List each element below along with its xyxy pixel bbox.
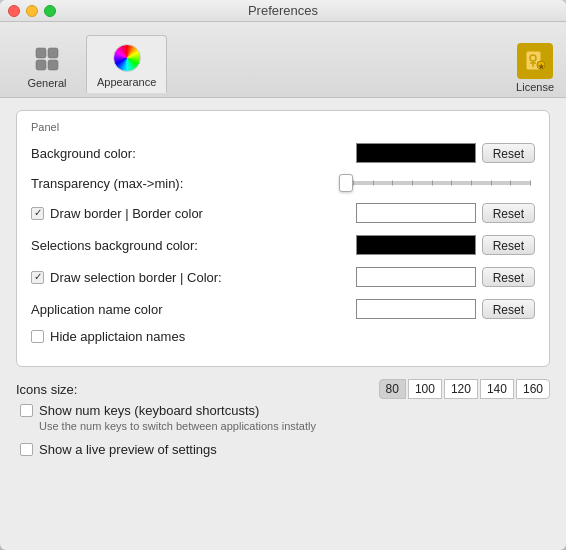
show-live-preview-checkbox[interactable] [20,443,33,456]
transparency-row: Transparency (max->min): [31,173,535,193]
draw-border-checkmark: ✓ [34,208,42,218]
show-live-preview-row: Show a live preview of settings [20,442,546,459]
tab-general-label: General [27,77,66,89]
icons-size-label: Icons size: [16,382,77,397]
tab-appearance-label: Appearance [97,76,156,88]
size-option-160[interactable]: 160 [516,379,550,399]
draw-selection-border-label: Draw selection border | Color: [50,270,222,285]
background-color-reset[interactable]: Reset [482,143,535,163]
app-name-color-label: Application name color [31,302,163,317]
draw-selection-border-checkbox[interactable]: ✓ [31,271,44,284]
selections-bg-reset[interactable]: Reset [482,235,535,255]
background-color-row: Background color: Reset [31,141,535,165]
transparency-slider-track [339,181,531,185]
titlebar: Preferences [0,0,566,22]
icons-size-options: 80 100 120 140 160 [379,379,550,399]
license-icon[interactable]: ★ [517,43,553,79]
main-content: Panel Background color: Reset Transparen… [0,98,566,550]
icons-size-row: Icons size: 80 100 120 140 160 [16,379,550,399]
selections-bg-swatch[interactable] [356,235,476,255]
minimize-button[interactable] [26,5,38,17]
transparency-slider-thumb[interactable] [339,174,353,192]
draw-border-reset[interactable]: Reset [482,203,535,223]
appearance-icon [111,42,143,74]
size-option-120[interactable]: 120 [444,379,478,399]
selections-bg-row: Selections background color: Reset [31,233,535,257]
background-color-swatch[interactable] [356,143,476,163]
hide-app-names-row: Hide applictaion names [31,329,535,344]
license-label: License [516,81,554,93]
selection-border-color-swatch[interactable] [356,267,476,287]
svg-rect-2 [36,60,46,70]
draw-border-label: Draw border | Border color [50,206,203,221]
draw-selection-border-checkmark: ✓ [34,272,42,282]
general-icon [31,43,63,75]
transparency-slider-container [335,173,535,193]
close-button[interactable] [8,5,20,17]
show-num-keys-row: Show num keys (keyboard shortcusts) Use … [20,403,546,432]
transparency-label: Transparency (max->min): [31,176,183,191]
border-color-swatch[interactable] [356,203,476,223]
panel-group: Panel Background color: Reset Transparen… [16,110,550,367]
svg-text:★: ★ [538,63,545,70]
app-name-color-row: Application name color Reset [31,297,535,321]
draw-selection-border-reset[interactable]: Reset [482,267,535,287]
preferences-window: Preferences General [0,0,566,550]
svg-rect-0 [36,48,46,58]
window-controls [8,5,56,17]
license-section: ★ License [516,43,554,93]
selections-bg-label: Selections background color: [31,238,198,253]
show-live-preview-label: Show a live preview of settings [39,442,217,457]
svg-rect-3 [48,60,58,70]
show-num-keys-top: Show num keys (keyboard shortcusts) [20,403,546,418]
tab-general[interactable]: General [12,37,82,93]
app-name-color-reset[interactable]: Reset [482,299,535,319]
show-live-preview-top: Show a live preview of settings [20,442,546,457]
app-name-color-swatch[interactable] [356,299,476,319]
show-num-keys-label: Show num keys (keyboard shortcusts) [39,403,259,418]
background-color-label: Background color: [31,146,136,161]
svg-rect-1 [48,48,58,58]
window-title: Preferences [248,3,318,18]
show-num-keys-sublabel: Use the num keys to switch between appli… [39,420,546,432]
tab-appearance[interactable]: Appearance [86,35,167,93]
draw-border-row: ✓ Draw border | Border color Reset [31,201,535,225]
toolbar-tabs: General Appearance [12,35,167,93]
hide-app-names-checkbox[interactable] [31,330,44,343]
hide-app-names-label: Hide applictaion names [50,329,185,344]
panel-legend: Panel [31,121,535,133]
draw-border-checkbox[interactable]: ✓ [31,207,44,220]
size-option-100[interactable]: 100 [408,379,442,399]
show-num-keys-checkbox[interactable] [20,404,33,417]
size-option-80[interactable]: 80 [379,379,406,399]
draw-selection-border-row: ✓ Draw selection border | Color: Reset [31,265,535,289]
size-option-140[interactable]: 140 [480,379,514,399]
bottom-section: Show num keys (keyboard shortcusts) Use … [16,403,550,459]
maximize-button[interactable] [44,5,56,17]
toolbar: General Appearance ★ [0,22,566,98]
